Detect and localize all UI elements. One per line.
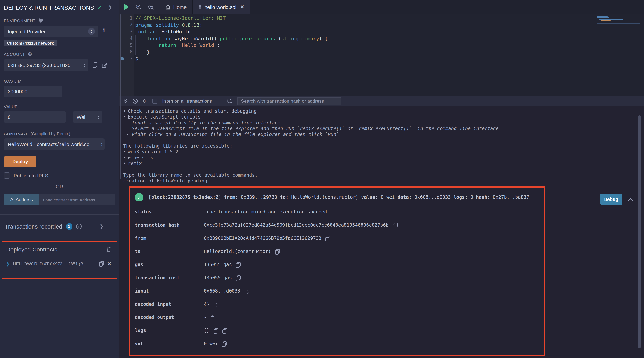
zoom-out-icon[interactable]: −: [136, 4, 141, 10]
transaction-detail-value: HelloWorld.(constructor): [204, 249, 280, 254]
terminal-text: The following libraries are accessible:: [123, 143, 232, 149]
deployed-contract-label: HELLOWORLD AT 0X972...12851 (B: [13, 262, 96, 266]
transactions-expand-chevron-icon[interactable]: ❯: [100, 224, 104, 229]
deployed-contracts-title: Deployed Contracts: [6, 246, 57, 252]
network-badge: Custom (43113) network: [4, 40, 57, 46]
terminal-log-line: The following libraries are accessible:: [123, 143, 644, 149]
clear-console-prohibit-icon[interactable]: [132, 98, 138, 104]
terminal-link[interactable]: web3 version 1.5.2: [128, 149, 178, 154]
transaction-detail-value: 0 wei: [204, 341, 227, 347]
copy-icon[interactable]: [393, 222, 398, 228]
transactions-recorded-label: Transactions recorded: [5, 223, 62, 230]
copy-icon[interactable]: [211, 315, 216, 320]
expand-contract-chevron-icon[interactable]: ❯: [6, 262, 10, 266]
copy-icon[interactable]: [326, 236, 330, 241]
code-text[interactable]: function sayHelloWorld() public pure ret…: [132, 36, 328, 42]
copy-icon[interactable]: [275, 249, 280, 254]
code-text[interactable]: contract HelloWorld {: [132, 29, 196, 35]
transaction-detail-value: true Transaction mined and execution suc…: [204, 209, 327, 215]
terminal-scrollbar[interactable]: [638, 116, 641, 348]
copy-icon[interactable]: [214, 302, 218, 307]
close-tab-icon[interactable]: ✕: [240, 4, 244, 10]
info-circle-icon[interactable]: [76, 224, 82, 229]
transaction-detail-value: []: [204, 328, 227, 334]
run-script-play-icon[interactable]: [123, 4, 129, 10]
terminal-log-line: - Right click on a JavaScript file in th…: [123, 132, 644, 138]
collapse-terminal-double-chevron-icon[interactable]: [123, 99, 128, 104]
deployed-contract-row[interactable]: ❯ HELLOWORLD AT 0X972...12851 (B ✕: [6, 261, 113, 266]
value-unit-stepper-icon[interactable]: ▴▾: [98, 115, 99, 119]
terminal-text: - Select a Javascript file in the file e…: [126, 126, 499, 131]
terminal-output: •Check transactions details and start de…: [119, 106, 644, 356]
line-number: 5: [125, 42, 132, 48]
at-address-button[interactable]: At Address: [4, 194, 39, 205]
chevron-right-icon[interactable]: ❯: [108, 5, 112, 10]
copy-icon[interactable]: [222, 328, 227, 334]
line-number: 4: [125, 36, 132, 41]
transaction-detail-value: {}: [204, 302, 218, 307]
zoom-in-icon[interactable]: +: [148, 4, 154, 10]
contract-select[interactable]: HelloWorld - contracts/hello world.sol ▴…: [4, 138, 104, 150]
copy-account-icon[interactable]: [92, 62, 97, 68]
code-line: 2pragma solidity 0.8.13;: [119, 22, 644, 28]
transaction-detail-label: transaction cost: [133, 275, 204, 281]
transaction-detail-row: gas135055 gas: [133, 262, 536, 268]
copy-icon[interactable]: [222, 341, 227, 346]
environment-select[interactable]: Injected Provider ▴▾: [4, 26, 98, 37]
transaction-detail-label: decoded input: [133, 302, 204, 307]
deploy-button[interactable]: Deploy: [4, 156, 36, 167]
code-text[interactable]: return "Hello World";: [132, 42, 220, 48]
environment-select-stepper-icon[interactable]: ▴▾: [88, 28, 95, 35]
terminal-text: Execute JavaScript scripts:: [128, 114, 204, 120]
copy-contract-address-icon[interactable]: [99, 261, 104, 266]
code-text[interactable]: // SPDX-License-Identifier: MIT: [132, 15, 226, 21]
terminal-link[interactable]: ethers.js: [128, 155, 153, 160]
pending-transactions-count: 0: [143, 98, 146, 104]
value-unit-select[interactable]: Wei ▴▾: [73, 111, 102, 123]
divider: [6, 274, 113, 274]
contract-select-stepper-icon[interactable]: ▴▾: [101, 142, 102, 146]
listen-transactions-checkbox[interactable]: [152, 98, 157, 104]
collapse-transaction-chevron-up-icon[interactable]: [627, 198, 634, 201]
transaction-detail-value: -: [204, 314, 216, 320]
gas-limit-label: GAS LIMIT: [4, 79, 115, 83]
transaction-summary[interactable]: [block:23082875 txIndex:2] from: 0xBB9..…: [148, 194, 529, 200]
terminal-search-input[interactable]: [237, 97, 341, 105]
copy-icon[interactable]: [214, 328, 218, 334]
environment-info-icon[interactable]: i: [103, 27, 105, 33]
transaction-detail-value: 0xBB900BbE1A20dA4d474666B79a5fa6CE126297…: [204, 236, 330, 242]
at-address-input[interactable]: [39, 194, 115, 205]
gas-limit-input[interactable]: [4, 86, 62, 97]
publish-ipfs-checkbox[interactable]: [4, 172, 10, 178]
code-line: 1// SPDX-License-Identifier: MIT: [119, 15, 644, 22]
transaction-detail-label: gas: [133, 262, 204, 268]
debug-button[interactable]: Debug: [600, 194, 622, 205]
minimap[interactable]: [597, 15, 640, 24]
tab-home[interactable]: Home: [160, 0, 192, 14]
indent-guide: [135, 35, 136, 56]
trash-icon[interactable]: [106, 246, 111, 252]
copy-icon[interactable]: [236, 262, 241, 268]
copy-icon[interactable]: [244, 288, 249, 294]
transaction-detail-row: transaction cost135055 gas: [133, 275, 536, 281]
copy-icon[interactable]: [236, 275, 241, 281]
value-input[interactable]: [4, 111, 66, 123]
code-text[interactable]: pragma solidity 0.8.13;: [132, 22, 202, 28]
sidebar-scrollbar[interactable]: [120, 14, 121, 178]
transaction-detail-row: val0 wei: [133, 341, 536, 347]
add-account-icon[interactable]: ⊕: [28, 51, 32, 57]
transaction-detail-row: toHelloWorld.(constructor): [133, 249, 536, 254]
terminal-log-line: - Select a Javascript file in the file e…: [123, 126, 644, 132]
tab-hello-world-sol[interactable]: hello world.sol ✕: [192, 0, 250, 14]
edit-account-icon[interactable]: [102, 62, 107, 68]
remove-contract-icon[interactable]: ✕: [107, 261, 111, 266]
transaction-detail-label: from: [133, 236, 204, 242]
code-text[interactable]: $: [132, 56, 138, 62]
terminal-text: remix: [128, 161, 142, 166]
publish-ipfs-label: Publish to IPFS: [14, 172, 48, 178]
account-select[interactable]: 0xBB9...29733 (23.6651825 ▴▾: [4, 59, 88, 71]
account-select-stepper-icon[interactable]: ▴▾: [84, 63, 85, 67]
code-editor[interactable]: 1// SPDX-License-Identifier: MIT2pragma …: [119, 14, 644, 96]
value-text: []: [204, 328, 210, 334]
listen-transactions-label: listen on all transactions: [162, 98, 212, 104]
